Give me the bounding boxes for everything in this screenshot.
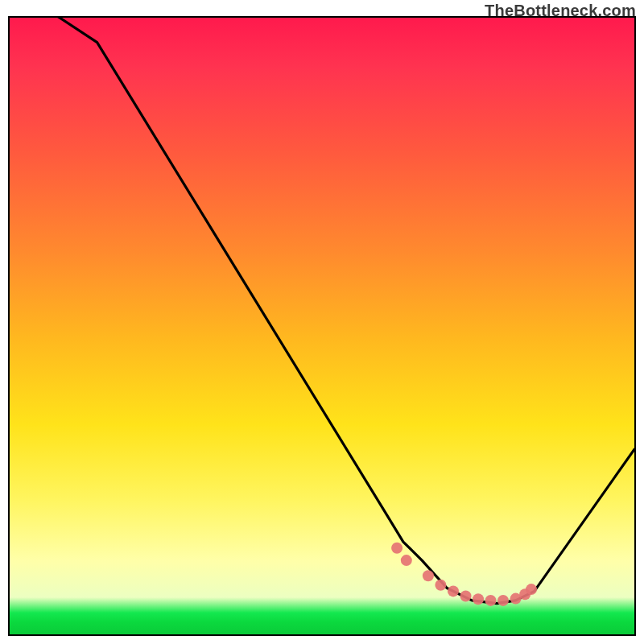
highlight-marker xyxy=(448,585,459,597)
chart-svg xyxy=(10,18,634,634)
highlight-marker xyxy=(435,580,446,591)
bottleneck-chart xyxy=(8,16,636,636)
highlight-marker xyxy=(391,543,402,554)
highlight-marker xyxy=(473,593,484,605)
highlight-marker xyxy=(460,591,472,602)
bottleneck-curve-path xyxy=(10,18,634,604)
highlight-marker xyxy=(423,570,434,581)
highlight-marker xyxy=(497,595,509,606)
highlight-marker xyxy=(526,584,537,595)
highlight-marker xyxy=(401,555,412,566)
highlight-marker xyxy=(485,595,497,606)
